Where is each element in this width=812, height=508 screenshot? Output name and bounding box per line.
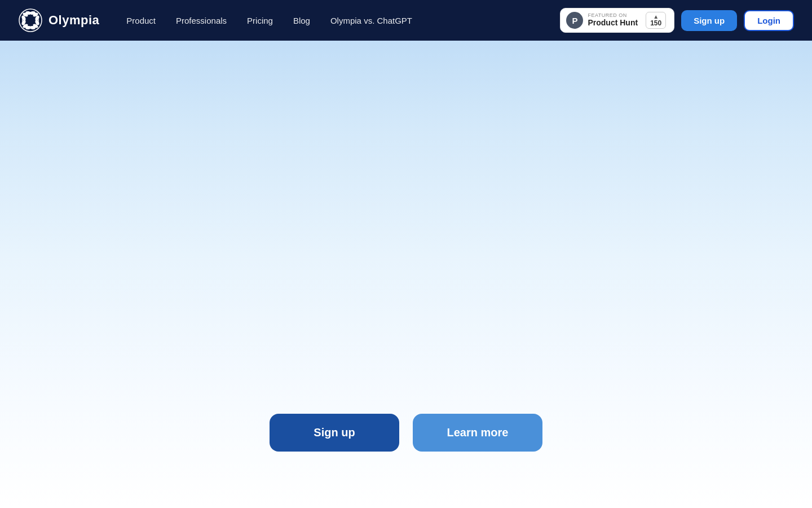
hero-section: Sign up Learn more <box>0 0 812 508</box>
ph-count-label: 150 <box>650 20 661 27</box>
navbar-signup-button[interactable]: Sign up <box>681 10 737 31</box>
nav-link-pricing[interactable]: Pricing <box>247 16 273 25</box>
logo-link[interactable]: Olympia <box>18 8 99 33</box>
hero-cta-group: Sign up Learn more <box>270 414 542 452</box>
brand-name: Olympia <box>48 13 99 28</box>
navbar-right: P FEATURED ON Product Hunt ▲ 150 Sign up… <box>560 8 794 33</box>
main-nav: Product Professionals Pricing Blog Olymp… <box>126 16 560 25</box>
nav-link-compare[interactable]: Olympia vs. ChatGPT <box>330 16 412 25</box>
navbar-login-button[interactable]: Login <box>744 10 794 31</box>
hero-learn-more-button[interactable]: Learn more <box>413 414 542 452</box>
nav-link-product[interactable]: Product <box>126 16 156 25</box>
nav-link-professionals[interactable]: Professionals <box>176 16 227 25</box>
logo-icon <box>18 8 43 33</box>
product-hunt-badge[interactable]: P FEATURED ON Product Hunt ▲ 150 <box>560 8 674 33</box>
navbar: Olympia Product Professionals Pricing Bl… <box>0 0 812 41</box>
nav-link-blog[interactable]: Blog <box>293 16 310 25</box>
hero-signup-button[interactable]: Sign up <box>270 414 399 452</box>
product-hunt-icon: P <box>566 12 583 29</box>
ph-name-label: Product Hunt <box>588 19 638 27</box>
ph-upvote-badge: ▲ 150 <box>646 12 666 29</box>
product-hunt-text: FEATURED ON Product Hunt <box>588 13 638 27</box>
